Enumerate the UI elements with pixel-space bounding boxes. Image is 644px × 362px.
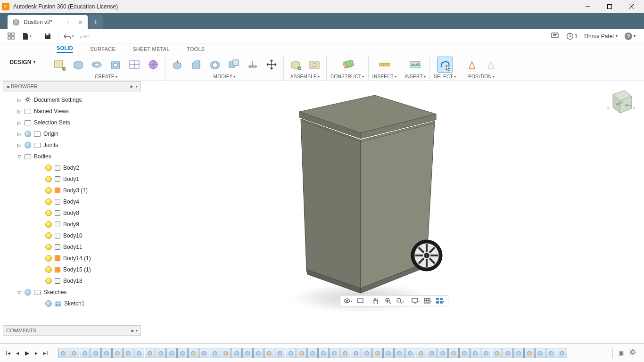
bulb-icon[interactable] (45, 278, 52, 284)
tree-row[interactable]: ▷Selection Sets (2, 117, 142, 128)
folder-exp-icon[interactable] (34, 290, 41, 295)
timeline-feature[interactable] (101, 348, 112, 358)
timeline-play-button[interactable]: ▶ (23, 349, 31, 357)
close-button[interactable] (620, 0, 642, 13)
timeline-feature[interactable] (448, 348, 459, 358)
body-icon[interactable] (55, 165, 60, 171)
user-menu[interactable]: Dhruv Patel▾ (584, 33, 618, 40)
expand-arrow[interactable]: ▽ (17, 290, 22, 295)
timeline-feature[interactable] (427, 348, 437, 358)
redo-button[interactable]: ▾ (78, 31, 90, 42)
grid-settings-button[interactable]: ▾ (423, 296, 433, 305)
fillet-button[interactable] (188, 57, 204, 73)
timeline-feature[interactable] (297, 348, 307, 358)
timeline-feature[interactable] (557, 348, 567, 358)
bulb-icon[interactable] (45, 165, 52, 171)
bulb-icon[interactable] (45, 221, 52, 228)
expand-arrow[interactable]: ▷ (17, 143, 22, 148)
gear-icon[interactable] (25, 96, 31, 104)
timeline-feature[interactable] (470, 348, 480, 358)
tool-group-label[interactable]: CREATE▾ (95, 74, 117, 79)
tree-row[interactable]: ▷Joints (2, 140, 142, 151)
timeline-feature[interactable] (253, 348, 264, 358)
zoom-button[interactable]: + (383, 296, 393, 305)
timeline-feature[interactable] (221, 348, 231, 358)
position-capture-button[interactable] (464, 57, 480, 73)
minimize-button[interactable] (577, 0, 599, 13)
look-at-button[interactable] (355, 296, 365, 305)
viewport-layout-button[interactable]: ▾ (436, 296, 445, 305)
timeline-feature[interactable] (307, 348, 318, 358)
tree-row[interactable]: Body3 (1) (2, 185, 142, 196)
maximize-button[interactable] (599, 0, 620, 13)
comments-header[interactable]: COMMENTS ● ▾ (3, 325, 141, 336)
create-sketch-button[interactable]: + (51, 57, 67, 73)
bulb-icon[interactable] (45, 176, 52, 182)
expand-arrow[interactable]: ▷ (17, 109, 22, 114)
body-icon[interactable] (55, 222, 60, 227)
comments-options-icon[interactable]: ● (131, 328, 134, 333)
comments-dropdown-icon[interactable]: ▾ (136, 329, 138, 333)
folder-icon[interactable] (25, 109, 31, 114)
body-orange-icon[interactable] (55, 267, 60, 272)
timeline-feature[interactable] (80, 348, 90, 358)
select-button[interactable] (437, 57, 453, 73)
bulb-icon[interactable] (45, 210, 52, 216)
timeline-feature[interactable] (481, 348, 491, 358)
viewport-3d[interactable]: BACK LEFT x z ▾ + ▾ ▾ ▾ ▾ (144, 81, 644, 336)
timeline-feature[interactable] (438, 348, 448, 358)
tool-group-label[interactable]: MODIFY▾ (214, 74, 236, 79)
document-tab[interactable]: Dustbin v2* ○ ✕ (8, 15, 88, 29)
view-cube[interactable]: BACK LEFT x z (603, 86, 636, 119)
tree-row[interactable]: Body11 (2, 241, 142, 253)
tool-group-label[interactable]: SELECT▾ (434, 74, 456, 79)
new-component-button[interactable]: + (288, 57, 304, 73)
body-icon[interactable] (55, 210, 60, 216)
tree-row[interactable]: Body15 (1) (2, 264, 142, 275)
tree-row[interactable]: ▷Document Settings (2, 94, 142, 106)
folder-icon[interactable] (34, 143, 41, 148)
bulb-dim-icon[interactable] (25, 289, 31, 296)
body-icon[interactable] (55, 244, 60, 250)
timeline-feature[interactable] (134, 348, 144, 358)
tool-group-label[interactable]: ASSEMBLE▾ (290, 74, 320, 79)
measure-button[interactable] (377, 57, 393, 73)
job-status-button[interactable]: 1 (566, 33, 578, 40)
timeline-feature[interactable] (416, 348, 426, 358)
timeline-feature[interactable] (383, 348, 394, 358)
timeline-feature[interactable] (329, 348, 339, 358)
timeline-feature[interactable] (199, 348, 209, 358)
folder-icon[interactable] (34, 132, 41, 137)
body-orange-icon[interactable] (55, 255, 60, 261)
timeline-end-button[interactable]: ▸I (41, 349, 50, 357)
tab-close-icon[interactable]: ✕ (78, 19, 83, 26)
timeline-feature[interactable] (58, 348, 68, 358)
tree-row[interactable]: ▽Bodies (2, 151, 142, 162)
hole-button[interactable] (107, 57, 124, 73)
tool-group-label[interactable]: POSITION▾ (468, 74, 495, 79)
tree-row[interactable]: Body2 (2, 162, 142, 173)
bulb-dim-icon[interactable] (45, 300, 52, 307)
timeline-feature[interactable] (123, 348, 133, 358)
timeline-feature[interactable] (362, 348, 372, 358)
timeline-feature[interactable] (112, 348, 123, 358)
revolve-button[interactable] (89, 57, 105, 73)
timeline-feature[interactable] (177, 348, 188, 358)
body-orange-icon[interactable] (55, 188, 60, 193)
sketch-icon[interactable] (55, 301, 61, 306)
folder-exp-icon[interactable] (25, 154, 31, 159)
ribbon-tab-sheetmetal[interactable]: SHEET METAL (132, 46, 170, 52)
timeline-feature[interactable] (503, 348, 513, 358)
body-icon[interactable] (55, 176, 60, 182)
file-menu-button[interactable]: ▾ (21, 31, 32, 42)
expand-arrow[interactable]: ▷ (17, 98, 22, 103)
bulb-icon[interactable] (45, 187, 52, 194)
insert-button[interactable] (407, 57, 423, 73)
bulb-icon[interactable] (45, 232, 52, 239)
bulb-dim-icon[interactable] (25, 131, 31, 137)
move-button[interactable] (264, 57, 280, 73)
browser-dropdown-icon[interactable]: ▾ (136, 84, 138, 89)
help-button[interactable]: ?▾ (624, 32, 636, 41)
timeline-feature[interactable] (210, 348, 220, 358)
orbit-button[interactable]: ▾ (343, 296, 353, 305)
